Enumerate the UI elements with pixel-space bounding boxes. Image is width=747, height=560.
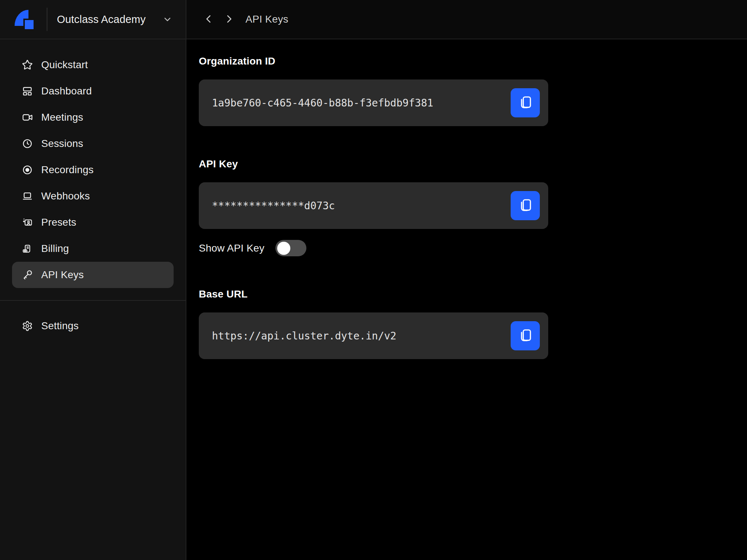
base-url-section: Base URL https://api.cluster.dyte.in/v2	[199, 288, 747, 359]
api-key-field: ***************d073c	[199, 182, 548, 229]
api-key-label: API Key	[199, 158, 747, 170]
sidebar-item-label: Recordings	[41, 164, 94, 176]
logo-divider	[47, 8, 47, 31]
record-icon	[22, 164, 33, 175]
copy-organization-id-button[interactable]	[511, 88, 540, 117]
chevron-left-icon	[203, 13, 214, 26]
sidebar-footer-nav: Settings	[0, 301, 186, 339]
forward-button[interactable]	[224, 13, 235, 26]
toggle-knob	[277, 242, 290, 255]
copy-api-key-button[interactable]	[511, 191, 540, 220]
app-window: Outclass Academy API Keys	[0, 0, 747, 560]
sidebar-item-presets[interactable]: Presets	[12, 209, 174, 236]
video-camera-icon	[22, 112, 33, 123]
api-key-section: API Key ***************d073c Show API Ke…	[199, 158, 747, 256]
dashboard-icon	[22, 86, 33, 97]
sidebar-item-label: API Keys	[41, 269, 84, 281]
dyte-logo	[15, 10, 34, 29]
sidebar-item-meetings[interactable]: Meetings	[12, 104, 174, 131]
clock-icon	[22, 138, 33, 149]
logo-square-shape	[25, 20, 34, 29]
chevron-right-icon	[224, 13, 235, 26]
sidebar-item-billing[interactable]: Billing	[12, 236, 174, 262]
page-title: API Keys	[245, 13, 289, 25]
organization-id-value: 1a9be760-c465-4460-b88b-f3efbdb9f381	[199, 97, 511, 109]
api-key-value: ***************d073c	[199, 200, 511, 212]
sidebar-item-quickstart[interactable]: Quickstart	[12, 52, 174, 78]
receipt-icon	[22, 243, 33, 254]
top-bar: Outclass Academy API Keys	[0, 0, 747, 39]
sidebar-item-webhooks[interactable]: Webhooks	[12, 183, 174, 209]
sidebar-item-label: Dashboard	[41, 85, 92, 97]
sidebar-item-sessions[interactable]: Sessions	[12, 131, 174, 157]
sidebar-item-label: Settings	[41, 320, 79, 332]
page-header: API Keys	[186, 0, 747, 39]
sidebar-item-dashboard[interactable]: Dashboard	[12, 78, 174, 104]
chevron-down-icon	[162, 14, 173, 25]
sidebar: Quickstart Dashboard Meetings	[0, 39, 186, 560]
star-icon	[22, 59, 33, 70]
sidebar-item-label: Billing	[41, 243, 69, 254]
sidebar-item-label: Quickstart	[41, 59, 88, 71]
sidebar-item-recordings[interactable]: Recordings	[12, 157, 174, 183]
organization-name: Outclass Academy	[57, 13, 146, 26]
gear-icon	[22, 320, 33, 331]
copy-icon	[518, 328, 533, 344]
sidebar-item-label: Meetings	[41, 112, 83, 123]
sidebar-item-settings[interactable]: Settings	[12, 313, 174, 339]
sidebar-nav: Quickstart Dashboard Meetings	[0, 39, 186, 288]
sidebar-item-label: Sessions	[41, 138, 83, 149]
back-button[interactable]	[203, 13, 214, 26]
sidebar-item-label: Webhooks	[41, 190, 90, 202]
show-api-key-label: Show API Key	[199, 242, 264, 254]
copy-icon	[518, 95, 533, 111]
base-url-label: Base URL	[199, 288, 747, 300]
organization-selector[interactable]: Outclass Academy	[57, 13, 173, 26]
base-url-field: https://api.cluster.dyte.in/v2	[199, 312, 548, 359]
key-icon	[22, 269, 33, 280]
copy-base-url-button[interactable]	[511, 321, 540, 350]
show-api-key-row: Show API Key	[199, 240, 747, 256]
main-content: Organization ID 1a9be760-c465-4460-b88b-…	[186, 39, 747, 560]
sidebar-item-api-keys[interactable]: API Keys	[12, 262, 174, 288]
workspace-switcher-area: Outclass Academy	[0, 0, 186, 39]
organization-id-section: Organization ID 1a9be760-c465-4460-b88b-…	[199, 55, 747, 126]
show-api-key-toggle[interactable]	[275, 240, 306, 256]
base-url-value: https://api.cluster.dyte.in/v2	[199, 330, 511, 342]
user-frame-icon	[22, 217, 33, 228]
copy-icon	[518, 198, 533, 214]
organization-id-label: Organization ID	[199, 55, 747, 67]
sidebar-item-label: Presets	[41, 217, 76, 228]
laptop-icon	[22, 191, 33, 202]
organization-id-field: 1a9be760-c465-4460-b88b-f3efbdb9f381	[199, 79, 548, 126]
